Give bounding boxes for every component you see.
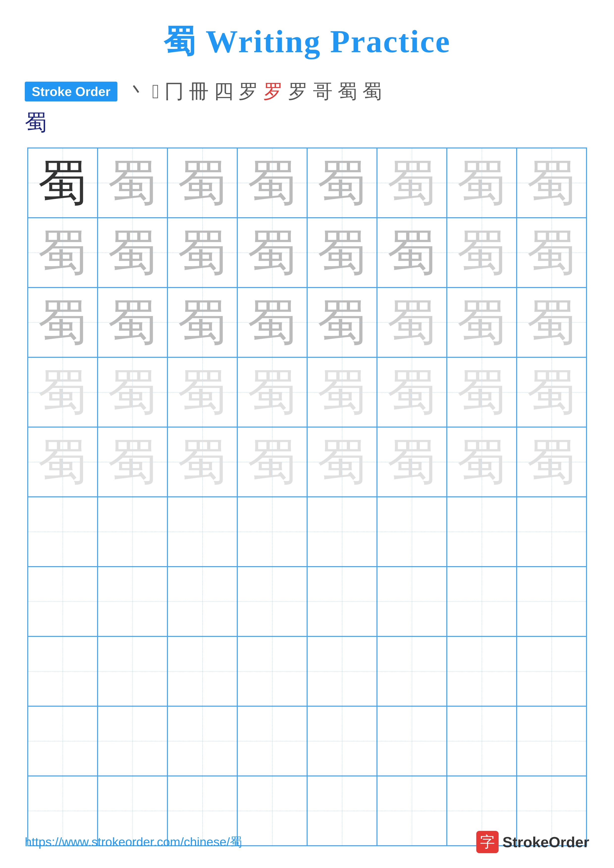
grid-row-1[interactable]: 蜀蜀蜀蜀蜀蜀蜀蜀 [28,218,586,288]
grid-cell[interactable] [237,567,307,636]
grid-cell[interactable] [28,636,98,706]
grid-cell[interactable]: 蜀 [28,218,98,288]
grid-cell[interactable] [377,636,447,706]
grid-cell[interactable]: 蜀 [377,357,447,427]
grid-cell[interactable] [237,706,307,776]
cell-character: 蜀 [38,158,87,208]
grid-cell[interactable]: 蜀 [447,148,517,218]
practice-grid: 蜀蜀蜀蜀蜀蜀蜀蜀蜀蜀蜀蜀蜀蜀蜀蜀蜀蜀蜀蜀蜀蜀蜀蜀蜀蜀蜀蜀蜀蜀蜀蜀蜀蜀蜀蜀蜀蜀蜀蜀 [27,147,587,846]
grid-cell[interactable]: 蜀 [28,357,98,427]
grid-cell[interactable] [98,706,168,776]
grid-cell[interactable]: 蜀 [237,288,307,357]
grid-row-4[interactable]: 蜀蜀蜀蜀蜀蜀蜀蜀 [28,427,586,497]
grid-cell[interactable] [28,567,98,636]
grid-cell[interactable] [517,706,586,776]
grid-cell[interactable]: 蜀 [517,218,586,288]
grid-cell[interactable]: 蜀 [377,218,447,288]
cell-character: 蜀 [108,298,157,347]
cell-character: 蜀 [457,228,507,277]
grid-cell[interactable]: 蜀 [98,218,168,288]
footer-logo: 字 StrokeOrder [476,831,589,853]
grid-cell[interactable]: 蜀 [517,427,586,497]
grid-cell[interactable] [517,636,586,706]
grid-cell[interactable] [237,636,307,706]
grid-cell[interactable]: 蜀 [307,357,377,427]
cell-character: 蜀 [177,437,227,487]
grid-row-0[interactable]: 蜀蜀蜀蜀蜀蜀蜀蜀 [28,148,586,218]
grid-cell[interactable] [517,567,586,636]
grid-cell[interactable] [98,636,168,706]
cell-character: 蜀 [177,298,227,347]
grid-cell[interactable] [377,706,447,776]
grid-cell[interactable]: 蜀 [307,218,377,288]
grid-cell[interactable]: 蜀 [28,288,98,357]
cell-character: 蜀 [457,298,507,347]
grid-cell[interactable]: 蜀 [98,288,168,357]
grid-row-7[interactable] [28,636,586,706]
grid-cell[interactable] [447,706,517,776]
cell-character: 蜀 [317,228,367,277]
grid-cell[interactable]: 蜀 [447,288,517,357]
cell-character: 蜀 [38,437,87,487]
grid-cell[interactable]: 蜀 [307,148,377,218]
grid-cell[interactable]: 蜀 [98,148,168,218]
grid-cell[interactable]: 蜀 [168,357,237,427]
grid-cell[interactable]: 蜀 [377,288,447,357]
grid-cell[interactable]: 蜀 [168,218,237,288]
grid-cell[interactable]: 蜀 [28,427,98,497]
grid-cell[interactable]: 蜀 [237,148,307,218]
grid-cell[interactable]: 蜀 [517,288,586,357]
grid-cell[interactable] [168,567,237,636]
grid-cell[interactable] [307,706,377,776]
grid-cell[interactable] [98,567,168,636]
grid-cell[interactable]: 蜀 [168,148,237,218]
grid-cell[interactable] [447,567,517,636]
stroke-step-8: 罗 [288,78,308,105]
cell-character: 蜀 [317,158,367,208]
grid-cell[interactable] [447,497,517,567]
grid-cell[interactable]: 蜀 [377,427,447,497]
grid-row-2[interactable]: 蜀蜀蜀蜀蜀蜀蜀蜀 [28,288,586,357]
grid-cell[interactable] [517,497,586,567]
grid-row-3[interactable]: 蜀蜀蜀蜀蜀蜀蜀蜀 [28,357,586,427]
grid-cell[interactable]: 蜀 [517,357,586,427]
cell-character: 蜀 [247,298,297,347]
stroke-order-label: Stroke Order [25,82,117,101]
grid-cell[interactable]: 蜀 [517,148,586,218]
grid-cell[interactable]: 蜀 [447,357,517,427]
grid-cell[interactable] [168,706,237,776]
grid-row-8[interactable] [28,706,586,776]
cell-character: 蜀 [387,298,437,347]
grid-cell[interactable]: 蜀 [168,288,237,357]
grid-cell[interactable] [377,567,447,636]
grid-cell[interactable] [377,497,447,567]
grid-cell[interactable]: 蜀 [28,148,98,218]
grid-cell[interactable]: 蜀 [98,357,168,427]
grid-cell[interactable]: 蜀 [377,148,447,218]
grid-row-5[interactable] [28,497,586,567]
grid-cell[interactable] [168,497,237,567]
grid-cell[interactable]: 蜀 [447,427,517,497]
cell-character: 蜀 [527,437,576,487]
grid-cell[interactable] [98,497,168,567]
grid-cell[interactable]: 蜀 [307,427,377,497]
grid-cell[interactable] [28,497,98,567]
grid-row-6[interactable] [28,567,586,636]
cell-character: 蜀 [387,228,437,277]
grid-cell[interactable]: 蜀 [307,288,377,357]
grid-cell[interactable] [168,636,237,706]
grid-cell[interactable] [237,497,307,567]
grid-cell[interactable]: 蜀 [447,218,517,288]
grid-cell[interactable]: 蜀 [168,427,237,497]
grid-cell[interactable]: 蜀 [98,427,168,497]
grid-cell[interactable]: 蜀 [237,218,307,288]
grid-cell[interactable] [307,497,377,567]
grid-cell[interactable] [307,636,377,706]
grid-cell[interactable] [28,706,98,776]
cell-character: 蜀 [108,367,157,417]
grid-cell[interactable]: 蜀 [237,357,307,427]
grid-cell[interactable] [447,636,517,706]
grid-cell[interactable] [307,567,377,636]
grid-cell[interactable]: 蜀 [237,427,307,497]
footer-url: https://www.strokeorder.com/chinese/蜀 [25,834,242,851]
